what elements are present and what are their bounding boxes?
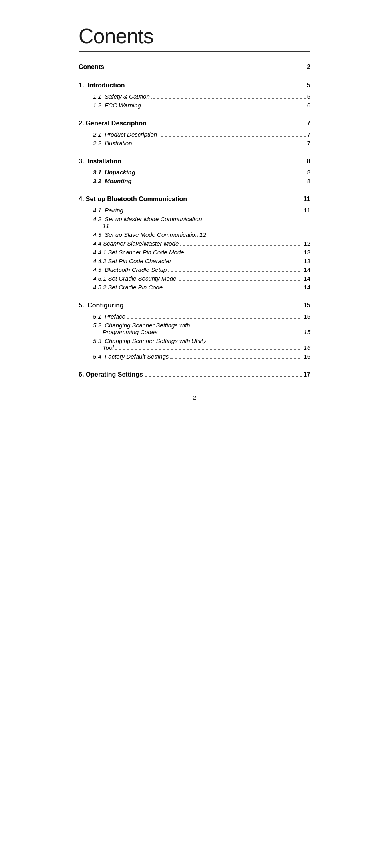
sub-entry-4-3: 4.3 Set up Slave Mode Communication 12 bbox=[79, 231, 310, 238]
sub-3-1-page: 8 bbox=[307, 169, 310, 176]
sub-entry-5-4: 5.4 Factory Default Settings 16 bbox=[79, 353, 310, 360]
sub-1-1-page: 5 bbox=[307, 93, 310, 100]
section-1-label: 1. Introduction bbox=[79, 82, 125, 89]
sub-1-2-dots bbox=[143, 107, 306, 107]
section-6-page: 17 bbox=[303, 371, 310, 378]
toc-top-entry: Conents 2 bbox=[79, 63, 310, 71]
sub-4-4-2-label: 4.4.2 Set Pin Code Character bbox=[93, 258, 171, 264]
sub-entry-4-4-1: 4.4.1 Set Scanner Pin Code Mode 13 bbox=[79, 249, 310, 256]
section-2-page: 7 bbox=[307, 120, 310, 127]
section-3-dots bbox=[123, 163, 305, 163]
sub-entry-2-1: 2.1 Product Description 7 bbox=[79, 131, 310, 138]
sub-entry-5-1: 5.1 Preface 15 bbox=[79, 313, 310, 320]
sub-3-2-dots bbox=[133, 183, 306, 183]
sub-4-5-1-dots bbox=[178, 280, 302, 281]
section-6-label: 6. Operating Settings bbox=[79, 371, 143, 378]
section-3-label: 3. Installation bbox=[79, 158, 121, 165]
sub-5-3-dots bbox=[115, 349, 302, 350]
sub-entry-1-1: 1.1 Safety & Caution 5 bbox=[79, 93, 310, 100]
sub-5-2-page: 15 bbox=[304, 329, 310, 335]
sub-entry-5-2: 5.2 Changing Scanner Settings with Progr… bbox=[79, 322, 310, 335]
sub-3-1-dots bbox=[137, 174, 306, 174]
sub-5-2-row1: 5.2 Changing Scanner Settings with bbox=[93, 322, 310, 329]
sub-4-5-label: 4.5 Bluetooth Cradle Setup bbox=[93, 266, 167, 273]
sub-3-2-label: 3.2 Mounting bbox=[93, 178, 132, 184]
section-2-label: 2. General Description bbox=[79, 120, 147, 127]
sub-4-4-2-dots bbox=[173, 263, 302, 263]
section-5-page: 15 bbox=[303, 302, 310, 309]
sub-5-2-label: 5.2 Changing Scanner Settings with bbox=[93, 322, 190, 329]
sub-5-1-page: 15 bbox=[304, 313, 310, 320]
sub-5-4-dots bbox=[170, 358, 302, 359]
sub-4-5-dots bbox=[168, 271, 302, 272]
sub-4-3-label: 4.3 Set up Slave Mode Communication bbox=[93, 231, 198, 238]
sub-4-5-2-page: 14 bbox=[304, 284, 310, 291]
sub-4-4-1-page: 13 bbox=[304, 249, 310, 256]
sub-5-2-dots bbox=[159, 334, 302, 334]
sub-entry-3-2: 3.2 Mounting 8 bbox=[79, 178, 310, 184]
sub-entry-4-4: 4.4 Scanner Slave/Master Mode 12 bbox=[79, 240, 310, 247]
sub-5-4-label: 5.4 Factory Default Settings bbox=[93, 353, 169, 360]
sub-4-2-label: 4.2 Set up Master Mode Communication bbox=[93, 216, 202, 222]
sub-4-5-page: 14 bbox=[304, 266, 310, 273]
sub-4-4-page: 12 bbox=[304, 240, 310, 247]
sub-5-3-page: 16 bbox=[304, 344, 310, 351]
section-3-page: 8 bbox=[307, 158, 310, 165]
sub-4-4-label: 4.4 Scanner Slave/Master Mode bbox=[93, 240, 179, 247]
sub-entry-4-4-2: 4.4.2 Set Pin Code Character 13 bbox=[79, 258, 310, 264]
sub-4-5-1-page: 14 bbox=[304, 275, 310, 282]
sub-1-2-label: 1.2 FCC Warning bbox=[93, 102, 141, 109]
sub-4-1-dots bbox=[125, 212, 302, 212]
sub-1-1-dots bbox=[151, 98, 306, 99]
sub-entry-2-2: 2.2 Illustration 7 bbox=[79, 140, 310, 147]
sub-5-2-cont-label: Programming Codes bbox=[103, 329, 158, 335]
sub-entry-1-2: 1.2 FCC Warning 6 bbox=[79, 102, 310, 109]
sub-2-2-page: 7 bbox=[307, 140, 310, 147]
sub-4-5-2-dots bbox=[164, 289, 302, 289]
sub-5-3-row2: Tool 16 bbox=[93, 344, 310, 351]
section-1-header: 1. Introduction 5 bbox=[79, 82, 310, 89]
sub-4-5-1-label: 4.5.1 Set Cradle Security Mode bbox=[93, 275, 176, 282]
toc-top-label: Conents bbox=[79, 63, 104, 71]
section-5-label: 5. Configuring bbox=[79, 302, 124, 309]
section-1-dots bbox=[127, 87, 306, 87]
section-1-page: 5 bbox=[307, 82, 310, 89]
sub-entry-4-2: 4.2 Set up Master Mode Communication 11 bbox=[79, 216, 310, 229]
section-4-page: 11 bbox=[303, 196, 310, 203]
section-4-dots bbox=[189, 201, 302, 201]
sub-4-4-dots bbox=[180, 245, 302, 246]
sub-2-1-label: 2.1 Product Description bbox=[93, 131, 157, 138]
sub-entry-5-3: 5.3 Changing Scanner Settings with Utili… bbox=[79, 337, 310, 351]
sub-1-2-page: 6 bbox=[307, 102, 310, 109]
sub-4-2-row1: 4.2 Set up Master Mode Communication bbox=[93, 216, 310, 222]
section-4-header: 4. Set up Bluetooth Communication 11 bbox=[79, 196, 310, 203]
sub-4-5-2-label: 4.5.2 Set Cradle Pin Code bbox=[93, 284, 163, 291]
toc-top-page: 2 bbox=[307, 63, 310, 71]
section-5-header: 5. Configuring 15 bbox=[79, 302, 310, 309]
sub-5-1-dots bbox=[127, 318, 302, 319]
page-container: Conents Conents 2 1. Introduction 5 1.1 … bbox=[55, 0, 326, 868]
sub-entry-3-1: 3.1 Unpacking 8 bbox=[79, 169, 310, 176]
page-title: Conents bbox=[79, 24, 310, 48]
sub-2-2-label: 2.2 Illustration bbox=[93, 140, 132, 147]
sub-entry-4-5-1: 4.5.1 Set Cradle Security Mode 14 bbox=[79, 275, 310, 282]
section-3-header: 3. Installation 8 bbox=[79, 158, 310, 165]
sub-2-1-dots bbox=[159, 136, 306, 137]
section-6-header: 6. Operating Settings 17 bbox=[79, 371, 310, 378]
section-5-dots bbox=[125, 307, 302, 307]
sub-4-2-cont: 11 bbox=[103, 222, 109, 229]
sub-entry-4-5: 4.5 Bluetooth Cradle Setup 14 bbox=[79, 266, 310, 273]
sub-2-2-dots bbox=[134, 145, 306, 145]
toc-top-dots bbox=[106, 69, 305, 69]
section-2-header: 2. General Description 7 bbox=[79, 120, 310, 127]
sub-4-4-1-label: 4.4.1 Set Scanner Pin Code Mode bbox=[93, 249, 184, 256]
sub-3-2-page: 8 bbox=[307, 178, 310, 184]
sub-5-3-cont-label: Tool bbox=[103, 344, 114, 351]
sub-4-1-page: 11 bbox=[304, 207, 310, 214]
sub-entry-4-1: 4.1 Pairing 11 bbox=[79, 207, 310, 214]
sub-4-2-row2: 11 bbox=[93, 222, 310, 229]
section-2-dots bbox=[148, 125, 305, 125]
sub-4-3-page: 12 bbox=[199, 231, 206, 238]
sub-5-2-row2: Programming Codes 15 bbox=[93, 329, 310, 335]
sub-2-1-page: 7 bbox=[307, 131, 310, 138]
